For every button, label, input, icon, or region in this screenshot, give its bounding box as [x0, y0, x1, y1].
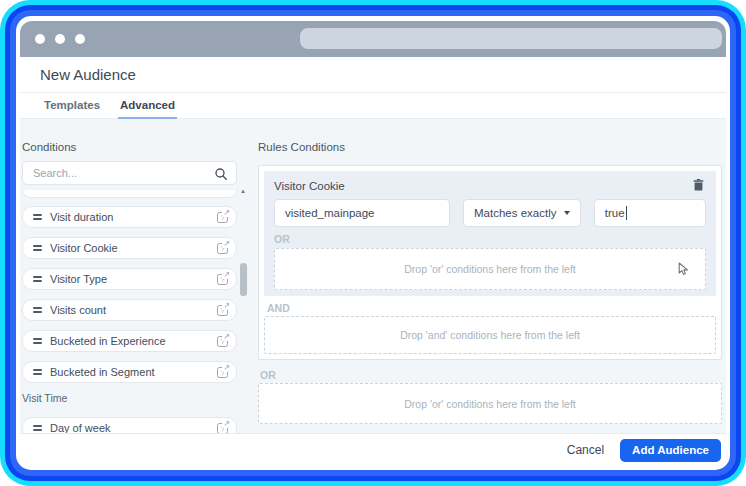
chevron-down-icon [564, 211, 570, 215]
trash-icon[interactable] [693, 177, 704, 195]
drag-handle-icon[interactable] [33, 369, 42, 375]
condition-label: Bucketed in Experience [50, 335, 217, 347]
help-icon[interactable]: ?↗ [217, 243, 228, 254]
help-icon[interactable]: ?↗ [217, 423, 228, 434]
rule-group-visitor-cookie: Visitor Cookie [264, 171, 716, 296]
tab-advanced[interactable]: Advanced [118, 93, 177, 119]
dropzone-hint: Drop 'or' conditions here from the left [404, 263, 576, 275]
conditions-list: Visit duration ?↗ Visitor Cookie ?↗ Visi… [22, 190, 249, 433]
condition-item[interactable]: Bucketed in Segment ?↗ [22, 361, 237, 383]
window-controls [35, 34, 85, 44]
drag-handle-icon[interactable] [33, 276, 42, 282]
list-scrollbar[interactable]: ▲ [239, 187, 247, 433]
address-bar[interactable] [300, 28, 722, 49]
or-dropzone[interactable]: Drop 'or' conditions here from the left [274, 248, 706, 290]
condition-label: Day of week [50, 422, 217, 433]
section-label-visit-time: Visit Time [22, 392, 249, 404]
browser-titlebar [20, 21, 726, 57]
condition-item[interactable]: Visits count ?↗ [22, 299, 237, 321]
tab-bar: Templates Advanced [20, 93, 726, 119]
cookie-name-input[interactable] [274, 199, 450, 227]
help-icon[interactable]: ?↗ [217, 212, 228, 223]
drag-handle-icon[interactable] [33, 245, 42, 251]
modal-header: New Audience [20, 57, 726, 93]
window-dot [55, 34, 65, 44]
tab-templates[interactable]: Templates [42, 93, 102, 119]
outer-or-label: OR [260, 370, 722, 381]
condition-item[interactable]: Day of week ?↗ [22, 417, 237, 433]
condition-label: Visitor Type [50, 273, 217, 285]
list-item-clipped[interactable] [22, 190, 237, 198]
drag-handle-icon[interactable] [33, 214, 42, 220]
condition-label: Visitor Cookie [50, 242, 217, 254]
operator-value: Matches exactly [474, 207, 556, 219]
condition-item[interactable]: Visit duration ?↗ [22, 206, 237, 228]
search-input[interactable] [23, 162, 236, 184]
and-label: AND [267, 303, 716, 314]
text-cursor [626, 206, 627, 220]
scroll-up-arrow-icon[interactable]: ▲ [239, 187, 247, 195]
drag-handle-icon[interactable] [33, 338, 42, 344]
dropzone-hint: Drop 'or' conditions here from the left [404, 398, 576, 410]
window-dot [35, 34, 45, 44]
cursor-icon [678, 262, 689, 280]
rules-heading: Rules Conditions [258, 141, 722, 153]
help-icon[interactable]: ?↗ [217, 274, 228, 285]
scrollbar-thumb[interactable] [240, 263, 247, 296]
cookie-value-input[interactable]: true [594, 199, 706, 227]
condition-item[interactable]: Visitor Cookie ?↗ [22, 237, 237, 259]
rules-conditions-panel: Visitor Cookie [258, 165, 722, 360]
drag-handle-icon[interactable] [33, 425, 42, 431]
conditions-heading: Conditions [22, 141, 249, 153]
help-icon[interactable]: ?↗ [217, 367, 228, 378]
rules-panel-column: Rules Conditions Visitor Cookie [258, 119, 722, 433]
page-title: New Audience [40, 66, 136, 83]
condition-item[interactable]: Visitor Type ?↗ [22, 268, 237, 290]
help-icon[interactable]: ?↗ [217, 336, 228, 347]
rule-inputs-row: Matches exactly true [274, 199, 706, 227]
operator-select[interactable]: Matches exactly [463, 199, 581, 227]
cancel-button[interactable]: Cancel [567, 443, 604, 457]
rule-title: Visitor Cookie [274, 180, 345, 192]
condition-label: Bucketed in Segment [50, 366, 217, 378]
help-icon[interactable]: ?↗ [217, 305, 228, 316]
drag-handle-icon[interactable] [33, 307, 42, 313]
modal-footer: Cancel Add Audience [20, 433, 726, 466]
browser-window: New Audience Templates Advanced Conditio… [20, 21, 726, 466]
window-dot [75, 34, 85, 44]
outer-or-dropzone[interactable]: Drop 'or' conditions here from the left [258, 383, 722, 424]
dropzone-hint: Drop 'and' conditions here from the left [400, 329, 580, 341]
and-dropzone[interactable]: Drop 'and' conditions here from the left [264, 316, 716, 354]
condition-label: Visit duration [50, 211, 217, 223]
condition-item[interactable]: Bucketed in Experience ?↗ [22, 330, 237, 352]
search-box [22, 161, 237, 185]
search-icon[interactable] [214, 167, 228, 185]
conditions-panel: Conditions Visit duration [20, 119, 249, 433]
condition-label: Visits count [50, 304, 217, 316]
screenshot-stage: New Audience Templates Advanced Conditio… [0, 0, 746, 486]
modal-content: Conditions Visit duration [20, 119, 726, 433]
cookie-value-text: true [605, 207, 625, 219]
add-audience-button[interactable]: Add Audience [620, 439, 721, 462]
or-label: OR [274, 234, 706, 245]
